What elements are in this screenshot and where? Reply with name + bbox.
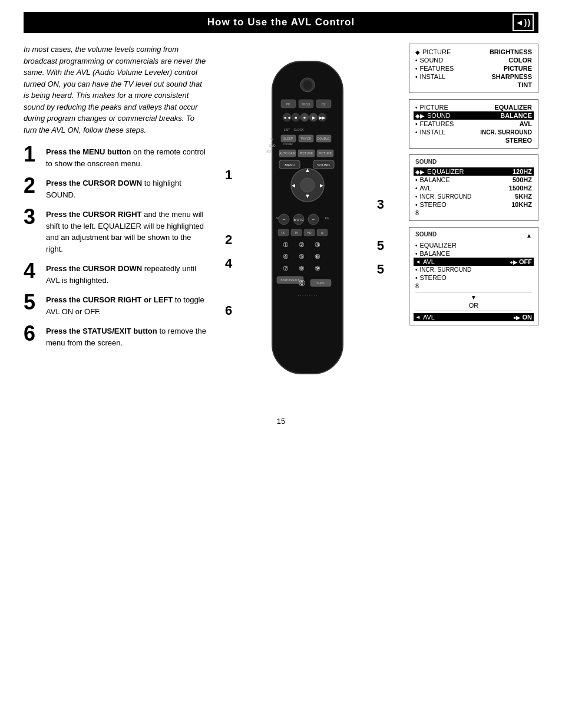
sound-icon: ◄)) [513, 14, 534, 31]
menu1-install: • INSTALL [415, 73, 445, 80]
left-column: In most cases, the volume levels coming … [24, 44, 206, 399]
step-label-4: 4 [225, 256, 232, 271]
step-label-1: 1 [225, 167, 232, 183]
step-3-text: Press the CURSOR RIGHT and the menu will… [46, 209, 206, 255]
svg-text:③: ③ [315, 241, 320, 248]
svg-text:⓪: ⓪ [299, 279, 305, 286]
menu3-row-eq-highlighted: ◆▶ EQUALIZER 120HZ [414, 167, 534, 176]
svg-text:SLEEP: SLEEP [283, 137, 293, 140]
step-3: 3 Press the CURSOR RIGHT and the menu wi… [24, 209, 206, 255]
menu-screen-2: • PICTURE EQUALIZER ◆▶ SOUND BALANCE • F [409, 99, 538, 149]
menu4-arrow-up: ▲ [526, 232, 532, 239]
svg-text:STATUS/EXIT: STATUS/EXIT [280, 278, 299, 282]
menu2-row-install: • INSTALL INCR. SURROUND [415, 128, 532, 136]
step-2-text: Press the CURSOR DOWN to highlight SOUND… [46, 177, 206, 200]
step-3-number: 3 [24, 206, 40, 228]
menu2-row-sound-highlighted: ◆▶ SOUND BALANCE [414, 111, 534, 120]
svg-text:◄: ◄ [290, 182, 296, 189]
step-label-5-top: 5 [377, 238, 384, 253]
step-6-number: 6 [24, 323, 40, 344]
step-label-3: 3 [377, 197, 384, 212]
menu1-row-picture: ◆ PICTURE BRIGHTNESS [415, 48, 532, 56]
step-6-bold: Press the STATUS/EXIT button [46, 327, 157, 335]
page: How to Use the AVL Control ◄)) In most c… [0, 0, 562, 728]
svg-text:PROG: PROG [302, 103, 310, 106]
menu-screen-3: SOUND ◆▶ EQUALIZER 120HZ • BALANCE 500HZ [409, 154, 538, 221]
svg-text:►: ► [319, 182, 325, 189]
svg-text:MENU: MENU [285, 163, 295, 167]
center-column: 1 2 4 3 5 6 5 [218, 44, 397, 399]
main-content: In most cases, the volume levels coming … [24, 44, 538, 399]
header-title: How to Use the AVL Control [207, 17, 355, 28]
menu-divider-2 [415, 311, 532, 311]
remote-svg: PP PROG CE ◄◄ ■ ● ▶ ▶▶ LIST CLO [249, 44, 366, 397]
svg-text:⊞: ⊞ [321, 231, 323, 235]
menu3-row-avl: • AVL 1500HZ [415, 184, 532, 192]
svg-text:⑥: ⑥ [315, 253, 320, 260]
page-number: 15 [24, 417, 538, 426]
step-label-6: 6 [225, 303, 232, 318]
svg-text:●: ● [303, 115, 306, 120]
menu4-row-avl-highlighted: ◄ AVL ●▶ OFF [414, 258, 534, 266]
svg-text:SOUND: SOUND [317, 163, 330, 167]
svg-text:DVD: DVD [269, 144, 276, 147]
menu1-row-install: • INSTALL SHARPNESS [415, 73, 532, 81]
svg-text:⑦: ⑦ [283, 265, 289, 272]
menu4-row-incr: • INCR. SURROUND [415, 266, 532, 274]
step-1: 1 Press the MENU button on the remote co… [24, 146, 206, 169]
svg-text:⑨: ⑨ [315, 265, 320, 272]
svg-text:PICTURE: PICTURE [319, 151, 332, 155]
menu4-row-stereo: • STEREO [415, 274, 532, 282]
step-1-number: 1 [24, 144, 40, 165]
step-2: 2 Press the CURSOR DOWN to highlight SOU… [24, 177, 206, 200]
step-2-number: 2 [24, 175, 40, 196]
menu4-row-balance: • BALANCE [415, 249, 532, 258]
menu3-title: SOUND [415, 159, 532, 165]
svg-text:PP: PP [286, 103, 290, 106]
svg-text:FORMAT: FORMAT [283, 143, 293, 146]
remote-illustration: 1 2 4 3 5 6 5 [249, 44, 366, 399]
svg-text:AEC: AEC [266, 150, 273, 153]
svg-text:▲: ▲ [305, 167, 310, 173]
svg-text:①: ① [283, 241, 289, 248]
svg-point-42 [300, 178, 315, 192]
step-6: 6 Press the STATUS/EXIT button to remove… [24, 325, 206, 348]
svg-text:⑤: ⑤ [299, 253, 305, 260]
step-3-bold: Press the CURSOR RIGHT [46, 210, 142, 219]
step-1-text: Press the MENU button on the remote cont… [46, 146, 206, 169]
down-arrow: ▼ [415, 294, 532, 301]
svg-text:CLOCK: CLOCK [293, 128, 304, 131]
menu3-row-balance: • BALANCE 500HZ [415, 176, 532, 184]
menu4-row-eq: • EQUALIZER [415, 241, 532, 249]
step-5-bold: Press the CURSOR RIGHT or LEFT [46, 295, 173, 304]
menu-screen-4: SOUND ▲ • EQUALIZER • BALANCE [409, 227, 538, 325]
menu1-features: • FEATURES [415, 65, 454, 72]
menu1-row-sound: • SOUND COLOR [415, 56, 532, 64]
svg-text:TV/VCR: TV/VCR [300, 137, 312, 140]
menu1-left: ◆ PICTURE [415, 48, 451, 55]
step-label-2: 2 [225, 232, 232, 248]
menu3-row-incr: • INCR. SURROUND 5KHZ [415, 192, 532, 200]
svg-text:−: − [282, 216, 285, 222]
svg-point-2 [303, 80, 312, 90]
step-6-text: Press the STATUS/EXIT button to remove t… [46, 325, 206, 348]
svg-text:PICTURE: PICTURE [300, 151, 313, 155]
menu1-row-features: • FEATURES PICTURE [415, 64, 532, 73]
step-2-bold: Press the CURSOR DOWN [46, 179, 142, 187]
step-4: 4 Press the CURSOR DOWN repeatedly until… [24, 263, 206, 286]
menu1-sound: • SOUND [415, 57, 443, 64]
step-4-bold: Press the CURSOR DOWN [46, 264, 142, 273]
svg-text:⑧: ⑧ [299, 265, 305, 272]
svg-text:· · · · · · · · ·: · · · · · · · · · [297, 294, 317, 298]
svg-text:TV: TV [295, 231, 299, 235]
step-label-5-bot: 5 [377, 262, 384, 277]
svg-text:HD: HD [307, 231, 312, 235]
svg-text:DV: DV [325, 216, 330, 220]
steps-list: 1 Press the MENU button on the remote co… [24, 146, 206, 348]
step-5: 5 Press the CURSOR RIGHT or LEFT to togg… [24, 294, 206, 317]
menu2-row-stereo: STEREO [415, 136, 532, 144]
svg-text:DOUBLE: DOUBLE [318, 137, 330, 140]
menu4-title: SOUND [415, 231, 437, 238]
svg-text:CE: CE [322, 103, 326, 106]
svg-text:◄◄: ◄◄ [283, 116, 291, 120]
